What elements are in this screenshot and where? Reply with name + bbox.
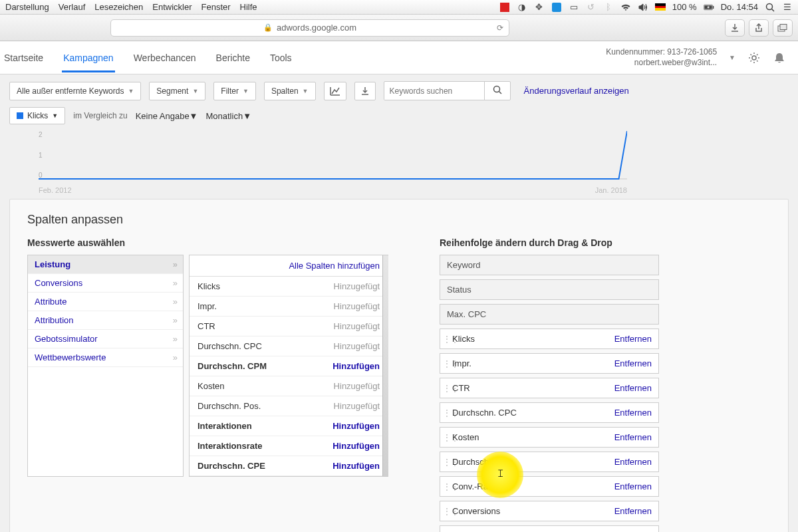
cat-attribution[interactable]: Attribution» [28,311,183,330]
ytick: 2 [39,131,43,138]
cat-conversions[interactable]: Conversions» [28,274,183,293]
metric-row: CTRHinzugefügt [190,317,388,336]
order-item[interactable]: ⋮⋮ConversionsEntfernen [440,501,659,521]
chart-y-axis: 2 1 0 [39,131,43,179]
metric-add-link[interactable]: Hinzufügen [332,461,380,471]
order-item[interactable]: ⋮⋮Kosten/Conv.Entfernen [440,525,659,532]
metric-row: Durchschn. CPCHinzugefügt [190,336,388,356]
period-button[interactable]: Monatlich▼ [205,111,251,121]
history-link[interactable]: Änderungsverlauf anzeigen [519,86,629,96]
chevron-right-icon: » [173,278,176,288]
metric-add-link[interactable]: Hinzufügen [332,441,380,451]
download-button[interactable] [725,19,745,37]
svg-point-3 [767,3,773,9]
svg-rect-6 [780,24,787,29]
drag-handle-icon[interactable]: ⋮⋮ [443,433,452,442]
account-info: Kundennummer: 913-726-1065 norbert.weber… [606,47,717,68]
drag-handle-icon[interactable]: ⋮⋮ [443,334,452,344]
cat-leistung[interactable]: Leistung» [28,255,183,274]
mac-menu-item[interactable]: Verlauf [59,2,85,12]
chevron-right-icon: » [173,259,176,269]
spalten-button[interactable]: Spalten▼ [264,82,316,100]
svg-line-9 [499,92,501,94]
nav-tab-werbechancen[interactable]: Werbechancen [132,43,198,72]
drag-handle-icon[interactable]: ⋮⋮ [443,458,452,467]
nav-tab-berichte[interactable]: Berichte [215,43,251,72]
segment-button[interactable]: Segment▼ [149,82,205,100]
mac-menu-item[interactable]: Darstellung [5,2,49,12]
order-column: Reihenfolge ändern durch Drag & Drop Key… [440,237,659,532]
order-item-label: Klicks [452,334,614,344]
search-button[interactable] [484,82,510,100]
primary-metric-chip[interactable]: Klicks ▼ [9,107,65,124]
drag-handle-icon[interactable]: ⋮⋮ [443,359,452,368]
svg-rect-2 [713,6,714,9]
mac-menubar: Darstellung Verlauf Lesezeichen Entwickl… [0,0,798,15]
url-field[interactable]: 🔒 adwords.google.com ⟳ [110,19,509,37]
remove-link[interactable]: Entfernen [614,432,652,442]
metric-row: KostenHinzugefügt [190,376,388,396]
metric-row: Durchschn. CPEHinzufügen [190,456,388,476]
order-item[interactable]: ⋮⋮Durchschn. Pos.Entfernen [440,452,659,472]
svg-point-8 [493,86,499,92]
order-item-label: CTR [452,383,614,393]
ytick: 0 [39,172,43,179]
cat-attribute[interactable]: Attribute» [28,293,183,311]
remove-link[interactable]: Entfernen [614,358,652,368]
order-item[interactable]: ⋮⋮Conv.-RateEntfernen [440,476,659,497]
metric-add-link[interactable]: Hinzufügen [332,361,380,371]
remove-link[interactable]: Entfernen [614,408,652,418]
cat-wettbewerbswerte[interactable]: Wettbewerbswerte» [28,348,183,367]
remove-link[interactable]: Entfernen [614,383,652,393]
metric-name: Kosten [198,381,224,391]
bell-icon[interactable] [773,51,786,65]
columns-panel: Spalten anpassen Messwerte auswählen Lei… [9,199,789,532]
remove-link[interactable]: Entfernen [614,457,652,467]
mac-menu-item[interactable]: Lesezeichen [94,2,143,12]
add-all-link[interactable]: Alle Spalten hinzufügen [190,255,388,277]
drag-handle-icon[interactable]: ⋮⋮ [443,507,452,516]
dropbox-icon: ✥ [534,2,545,13]
compare-label: im Vergleich zu [73,111,127,120]
drag-handle-icon[interactable]: ⋮⋮ [443,384,452,393]
gear-icon[interactable] [747,51,761,65]
share-button[interactable] [749,19,769,37]
remove-link[interactable]: Entfernen [614,481,652,491]
remove-link[interactable]: Entfernen [614,334,652,344]
order-item[interactable]: ⋮⋮Durchschn. CPCEntfernen [440,402,659,423]
keywords-filter-button[interactable]: Alle außer entfernte Keywords▼ [9,82,141,100]
download-icon-button[interactable] [354,82,376,100]
app-icon: ◑ [517,2,527,13]
metric-name: Durchschn. CPC [198,341,262,351]
search-input[interactable] [384,82,484,100]
compare-metric-button[interactable]: Keine Angabe▼ [136,111,198,121]
mac-menu-item[interactable]: Hilfe [240,2,257,12]
order-item[interactable]: ⋮⋮CTREntfernen [440,378,659,398]
ytick: 1 [39,152,43,159]
nav-tab-kampagnen[interactable]: Kampagnen [62,43,115,72]
metric-toolbar: Klicks ▼ im Vergleich zu Keine Angabe▼ M… [0,104,798,128]
drag-handle-icon[interactable]: ⋮⋮ [443,408,452,418]
spotlight-icon[interactable] [765,2,775,13]
metric-add-link[interactable]: Hinzufügen [332,421,380,431]
menu-icon[interactable]: ☰ [782,2,793,13]
volume-icon [638,2,648,13]
mac-menu-item[interactable]: Entwickler [152,2,192,12]
order-item[interactable]: ⋮⋮KostenEntfernen [440,427,659,448]
order-item[interactable]: ⋮⋮Impr.Entfernen [440,353,659,374]
cat-label: Attribution [35,315,74,325]
nav-tab-startseite[interactable]: Startseite [3,43,45,72]
metric-added-label: Hinzugefügt [334,321,380,331]
order-item[interactable]: ⋮⋮KlicksEntfernen [440,329,659,349]
account-caret-icon[interactable]: ▼ [729,54,735,61]
tabs-button[interactable] [773,19,793,37]
period-label: Monatlich [205,111,243,121]
remove-link[interactable]: Entfernen [614,506,652,516]
chart-icon-button[interactable] [324,82,346,100]
cat-gebotssimulator[interactable]: Gebotssimulator» [28,330,183,348]
reload-icon[interactable]: ⟳ [497,23,503,33]
drag-handle-icon[interactable]: ⋮⋮ [443,482,452,491]
filter-button[interactable]: Filter▼ [213,82,256,100]
mac-menu-item[interactable]: Fenster [201,2,231,12]
nav-tab-tools[interactable]: Tools [269,43,293,72]
